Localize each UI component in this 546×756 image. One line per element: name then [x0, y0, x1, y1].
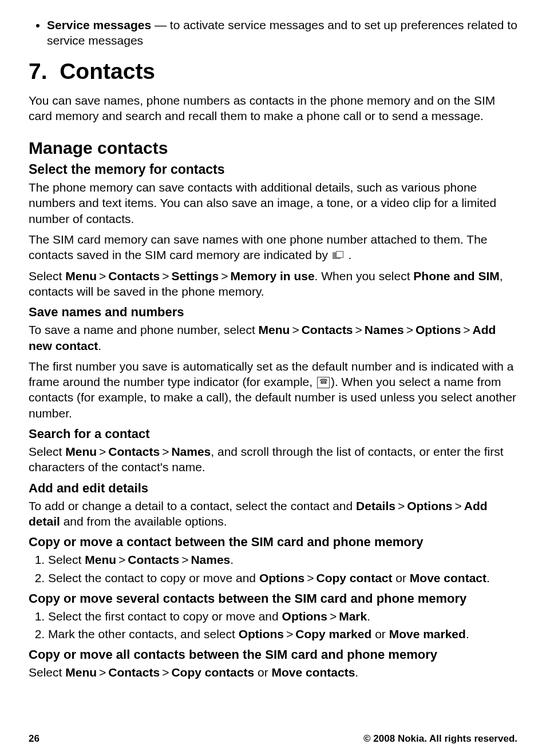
menu-label: Details: [356, 499, 395, 512]
menu-label: Move contact: [410, 571, 486, 584]
text: or: [392, 571, 409, 584]
copy-one-step1: Select Menu>Contacts>Names.: [48, 552, 517, 567]
menu-label: Options: [407, 499, 452, 512]
menu-label: Contacts: [108, 666, 160, 679]
copy-several-step1: Select the first contact to copy or move…: [48, 608, 517, 624]
menu-label: Copy contacts: [171, 666, 254, 679]
copy-several-step2: Mark the other contacts, and select Opti…: [48, 626, 517, 642]
chevron-icon: >: [162, 269, 169, 282]
page-footer: 26 © 2008 Nokia. All rights reserved.: [29, 733, 517, 745]
chevron-icon: >: [99, 445, 106, 458]
copy-all-heading: Copy or move all contacts between the SI…: [29, 647, 517, 662]
menu-label: Menu: [65, 269, 97, 282]
service-messages-list: Service messages — to activate service m…: [29, 17, 517, 49]
chevron-icon: >: [463, 323, 470, 336]
copy-several-list: Select the first contact to copy or move…: [29, 608, 517, 642]
text: or: [254, 666, 271, 679]
text: or: [371, 627, 389, 640]
text: .: [345, 248, 352, 261]
menu-label: Menu: [259, 323, 290, 336]
text: Select: [29, 269, 65, 282]
search-heading: Search for a contact: [29, 427, 517, 441]
menu-label: Contacts: [302, 323, 353, 336]
chevron-icon: >: [286, 627, 293, 640]
text: .: [98, 339, 101, 352]
text: Mark the other contacts, and select: [48, 627, 239, 640]
text: To add or change a detail to a contact, …: [29, 499, 356, 512]
menu-label: Options: [259, 571, 304, 584]
add-edit-p: To add or change a detail to a contact, …: [29, 498, 517, 530]
page-number: 26: [29, 733, 39, 745]
menu-label: Phone and SIM: [413, 269, 500, 282]
text: Select the first contact to copy or move…: [48, 610, 282, 623]
save-names-p2: The first number you save is automatical…: [29, 359, 517, 421]
text: Select: [48, 553, 85, 566]
menu-label: Move contacts: [271, 666, 355, 679]
chevron-icon: >: [455, 499, 462, 512]
manage-contacts-heading: Manage contacts: [29, 138, 517, 158]
select-memory-heading: Select the memory for contacts: [29, 162, 517, 177]
chapter-number: 7.: [29, 59, 48, 83]
text: Select: [29, 445, 65, 458]
service-messages-item: Service messages — to activate service m…: [47, 17, 517, 49]
menu-label: Copy contact: [316, 571, 392, 584]
menu-label: Contacts: [128, 553, 179, 566]
select-memory-p1: The phone memory can save contacts with …: [29, 180, 517, 226]
menu-label: Settings: [171, 269, 219, 282]
menu-label: Copy marked: [295, 627, 371, 640]
chevron-icon: >: [221, 269, 228, 282]
service-messages-title: Service messages: [47, 18, 151, 31]
copy-several-heading: Copy or move several contacts between th…: [29, 591, 517, 606]
chapter-heading: 7. Contacts: [29, 59, 517, 84]
menu-label: Options: [416, 323, 461, 336]
menu-label: Move marked: [389, 627, 466, 640]
menu-label: Menu: [65, 666, 97, 679]
menu-label: Mark: [339, 610, 367, 623]
text: Select the contact to copy or move and: [48, 571, 259, 584]
chevron-icon: >: [398, 499, 405, 512]
menu-label: Options: [239, 627, 284, 640]
text: . When you select: [315, 269, 414, 282]
chevron-icon: >: [162, 445, 169, 458]
text: .: [230, 553, 234, 566]
menu-label: Names: [171, 445, 211, 458]
copy-one-heading: Copy or move a contact between the SIM c…: [29, 535, 517, 550]
menu-label: Contacts: [108, 269, 160, 282]
text: .: [466, 627, 469, 640]
menu-label: Names: [365, 323, 404, 336]
text: .: [486, 571, 490, 584]
page-content: Service messages — to activate service m…: [29, 17, 517, 722]
sim-card-icon: [333, 250, 344, 260]
menu-label: Names: [191, 553, 230, 566]
menu-label: Menu: [85, 553, 116, 566]
menu-label: Memory in use: [231, 269, 315, 282]
copyright: © 2008 Nokia. All rights reserved.: [363, 733, 517, 745]
text: The SIM card memory can save names with …: [29, 233, 488, 261]
chevron-icon: >: [355, 323, 362, 336]
chevron-icon: >: [406, 323, 413, 336]
save-names-p1: To save a name and phone number, select …: [29, 322, 517, 353]
text: To save a name and phone number, select: [29, 323, 259, 336]
select-memory-p2: The SIM card memory can save names with …: [29, 232, 517, 263]
chevron-icon: >: [181, 553, 188, 566]
phone-type-icon: [317, 377, 330, 388]
save-names-heading: Save names and numbers: [29, 305, 517, 320]
chevron-icon: >: [307, 571, 314, 584]
text: .: [355, 666, 358, 679]
text: and from the available options.: [60, 515, 227, 528]
chevron-icon: >: [292, 323, 299, 336]
chevron-icon: >: [99, 666, 106, 679]
menu-label: Menu: [65, 445, 97, 458]
copy-one-list: Select Menu>Contacts>Names. Select the c…: [29, 552, 517, 586]
menu-label: Options: [282, 610, 327, 623]
chevron-icon: >: [118, 553, 125, 566]
chapter-title: Contacts: [60, 59, 155, 83]
add-edit-heading: Add and edit details: [29, 481, 517, 496]
menu-label: Contacts: [108, 445, 160, 458]
copy-all-p: Select Menu>Contacts>Copy contacts or Mo…: [29, 665, 517, 680]
select-memory-p3: Select Menu>Contacts>Settings>Memory in …: [29, 268, 517, 300]
text: .: [367, 610, 370, 623]
intro-paragraph: You can save names, phone numbers as con…: [29, 93, 517, 124]
chevron-icon: >: [330, 610, 337, 623]
copy-one-step2: Select the contact to copy or move and O…: [48, 570, 517, 586]
